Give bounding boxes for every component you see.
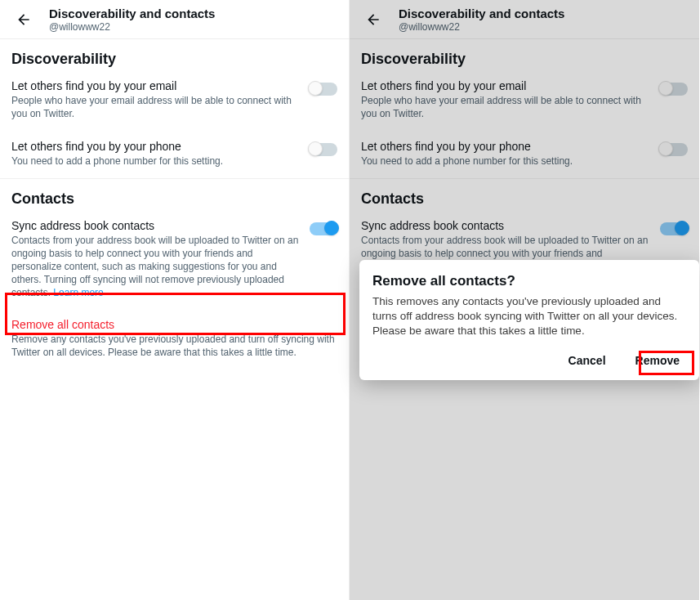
settings-pane-before: Discoverability and contacts @willowww22… xyxy=(0,0,350,600)
toggle-find-by-phone[interactable] xyxy=(310,143,337,156)
setting-find-by-phone[interactable]: Let others find you by your phone You ne… xyxy=(0,130,349,178)
setting-find-by-email[interactable]: Let others find you by your email People… xyxy=(0,69,349,130)
setting-sync-contacts[interactable]: Sync address book contacts Contacts from… xyxy=(0,209,349,310)
dialog-title: Remove all contacts? xyxy=(372,273,686,289)
toggle-find-by-phone[interactable] xyxy=(660,143,688,156)
toggle-find-by-email[interactable] xyxy=(660,83,688,96)
settings-pane-dialog: Discoverability and contacts @willowww22… xyxy=(350,0,699,600)
discoverability-heading: Discoverability xyxy=(350,39,699,69)
back-button[interactable] xyxy=(359,6,387,34)
header: Discoverability and contacts @willowww22 xyxy=(350,0,699,39)
dialog-body: This removes any contacts you've previou… xyxy=(372,294,686,339)
setting-desc: Contacts from your address book will be … xyxy=(11,234,301,300)
username: @willowww22 xyxy=(49,21,215,33)
toggle-sync-contacts[interactable] xyxy=(310,222,337,235)
setting-find-by-phone[interactable]: Let others find you by your phone You ne… xyxy=(350,130,699,178)
setting-title: Sync address book contacts xyxy=(11,219,301,232)
contacts-heading: Contacts xyxy=(350,179,699,209)
discoverability-heading: Discoverability xyxy=(0,39,349,69)
remove-title: Remove all contacts xyxy=(11,318,337,331)
arrow-left-icon xyxy=(365,11,381,28)
arrow-left-icon xyxy=(16,11,32,28)
setting-title: Let others find you by your phone xyxy=(361,140,652,153)
header-titles: Discoverability and contacts @willowww22 xyxy=(399,7,564,33)
setting-title: Let others find you by your phone xyxy=(11,140,301,153)
header-titles: Discoverability and contacts @willowww22 xyxy=(49,7,215,33)
setting-title: Sync address book contacts xyxy=(361,219,652,232)
page-title: Discoverability and contacts xyxy=(399,7,564,20)
setting-title: Let others find you by your email xyxy=(11,79,301,92)
remove-desc: Remove any contacts you've previously up… xyxy=(11,333,337,359)
setting-find-by-email[interactable]: Let others find you by your email People… xyxy=(350,69,699,130)
toggle-find-by-email[interactable] xyxy=(310,83,337,96)
header: Discoverability and contacts @willowww22 xyxy=(0,0,349,39)
setting-title: Let others find you by your email xyxy=(361,79,652,92)
toggle-sync-contacts[interactable] xyxy=(660,222,688,235)
setting-desc: You need to add a phone number for this … xyxy=(11,154,301,168)
remove-contacts-dialog: Remove all contacts? This removes any co… xyxy=(359,260,699,380)
dialog-actions: Cancel Remove xyxy=(372,349,686,372)
learn-more-link[interactable]: Learn more xyxy=(53,287,103,298)
page-title: Discoverability and contacts xyxy=(49,7,215,20)
remove-all-contacts-row[interactable]: Remove all contacts Remove any contacts … xyxy=(0,310,349,369)
cancel-button[interactable]: Cancel xyxy=(562,349,613,372)
contacts-heading: Contacts xyxy=(0,179,349,209)
setting-desc: People who have your email address will … xyxy=(361,94,652,120)
username: @willowww22 xyxy=(399,21,564,33)
setting-desc: People who have your email address will … xyxy=(11,94,301,120)
setting-desc: You need to add a phone number for this … xyxy=(361,154,652,168)
back-button[interactable] xyxy=(10,6,38,34)
remove-button[interactable]: Remove xyxy=(629,349,686,372)
